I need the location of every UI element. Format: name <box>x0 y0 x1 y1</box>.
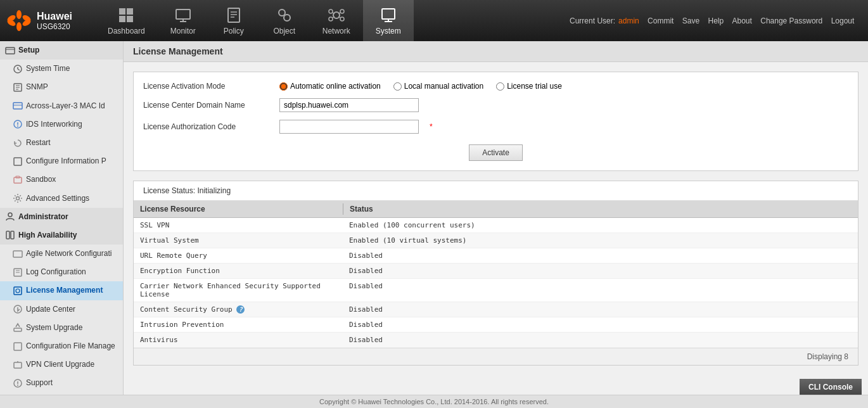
nav-network[interactable]: Network <box>310 0 363 41</box>
sidebar-item-sandbox[interactable]: Sandbox <box>0 170 123 189</box>
sidebar-item-support[interactable]: Support <box>0 374 123 392</box>
svg-rect-6 <box>119 8 125 15</box>
sidebar-item-system-upgrade[interactable]: System Upgrade <box>0 319 123 337</box>
svg-point-58 <box>16 289 20 293</box>
svg-rect-28 <box>382 9 395 19</box>
brand-name: Huawei <box>37 11 72 22</box>
sidebar-item-system-time[interactable]: System Time <box>0 60 123 78</box>
radio-local-manual[interactable]: Local manual activation <box>393 82 483 91</box>
sidebar-item-agile-network[interactable]: Agile Network Configurati <box>0 245 123 263</box>
svg-point-17 <box>279 10 285 16</box>
resource-cell: Antivirus <box>134 333 343 347</box>
sidebar-item-across-layer3[interactable]: Across-Layer-3 MAC Id <box>0 97 123 115</box>
nav-object[interactable]: Object <box>259 0 310 41</box>
nav-monitor[interactable]: Monitor <box>158 0 208 41</box>
help-link[interactable]: Help <box>708 16 724 25</box>
page-footer: Copyright © Huawei Technologies Co., Ltd… <box>0 395 868 408</box>
radio-trial-use[interactable]: License trial use <box>496 82 562 91</box>
domain-name-input[interactable] <box>279 98 419 112</box>
model-name: USG6320 <box>37 22 72 31</box>
sidebar-item-ids[interactable]: IDS Interworking <box>0 115 123 134</box>
svg-rect-46 <box>14 158 22 165</box>
main-nav: Dashboard Monitor Policy Object Network … <box>95 0 570 41</box>
status-cell: Enabled (10 virtual systems) <box>343 233 858 248</box>
sidebar-item-restart[interactable]: Restart <box>0 134 123 152</box>
nav-dashboard[interactable]: Dashboard <box>95 0 158 41</box>
sidebar-item-log-configuration[interactable]: Log Configuration <box>0 263 123 281</box>
license-form-section: License Activation Mode Automatic online… <box>133 72 858 171</box>
status-cell: Disabled <box>343 279 858 302</box>
license-status-section: License Status: Initializing License Res… <box>133 181 858 366</box>
resource-cell: SSL VPN <box>134 218 343 233</box>
svg-rect-60 <box>14 328 22 331</box>
radio-local-manual-input[interactable] <box>393 82 402 91</box>
top-header: Huawei USG6320 Dashboard Monitor Policy … <box>0 0 868 41</box>
svg-rect-61 <box>14 343 22 350</box>
huawei-logo-icon <box>6 10 32 32</box>
change-password-link[interactable]: Change Password <box>760 16 822 25</box>
activate-button[interactable]: Activate <box>469 144 523 161</box>
nav-policy[interactable]: Policy <box>208 0 259 41</box>
status-cell: Disabled <box>343 317 858 332</box>
svg-rect-57 <box>14 287 22 295</box>
auth-code-input[interactable] <box>279 120 419 134</box>
status-value: Initializing <box>197 186 231 195</box>
svg-rect-53 <box>13 251 22 257</box>
sidebar-item-snmp[interactable]: SNMP <box>0 78 123 96</box>
svg-rect-32 <box>6 48 15 54</box>
sidebar-item-advanced-settings[interactable]: Advanced Settings <box>0 189 123 208</box>
svg-point-20 <box>329 10 333 13</box>
page-title: License Management <box>124 41 868 62</box>
table-row: Virtual System Enabled (10 virtual syste… <box>134 233 858 248</box>
content-body: License Activation Mode Automatic online… <box>124 62 868 375</box>
current-user-label: Current User: <box>570 16 615 25</box>
info-icon[interactable]: ? <box>236 305 245 314</box>
sidebar-section-admin[interactable]: Administrator <box>0 208 123 226</box>
table-row: Antivirus Disabled <box>134 333 858 348</box>
status-cell: Disabled <box>343 333 858 347</box>
sidebar-item-config-file[interactable]: Configuration File Manage <box>0 337 123 355</box>
table-row: SSL VPN Enabled (100 concurrent users) <box>134 218 858 233</box>
top-right-actions: Current User: admin Commit Save Help Abo… <box>570 16 862 25</box>
resource-cell: Virtual System <box>134 233 343 248</box>
radio-auto-online-input[interactable] <box>279 82 288 91</box>
sidebar: Setup System Time SNMP Across-Layer-3 MA… <box>0 41 124 395</box>
sidebar-section-ha[interactable]: High Availability <box>0 226 123 245</box>
activation-mode-label: License Activation Mode <box>143 82 270 91</box>
resource-cell: Intrusion Prevention <box>134 317 343 332</box>
sidebar-section-setup[interactable]: Setup <box>0 41 123 60</box>
resource-cell: Encryption Function <box>134 264 343 278</box>
cli-console-button[interactable]: CLI Console <box>800 379 862 395</box>
commit-link[interactable]: Commit <box>648 16 673 25</box>
col-header-status: Status <box>343 201 858 217</box>
svg-point-66 <box>17 385 18 386</box>
table-row: Intrusion Prevention Disabled <box>134 317 858 333</box>
radio-trial-input[interactable] <box>496 82 504 91</box>
table-row: Carrier Network Enhanced Security Suppor… <box>134 279 858 302</box>
sidebar-item-license-management[interactable]: License Management <box>0 281 123 300</box>
save-link[interactable]: Save <box>682 16 699 25</box>
radio-auto-online[interactable]: Automatic online activation <box>279 82 381 91</box>
domain-name-label: License Center Domain Name <box>143 101 270 110</box>
status-cell: Enabled (100 concurrent users) <box>343 218 858 233</box>
logout-link[interactable]: Logout <box>831 16 855 25</box>
nav-system[interactable]: System <box>363 0 414 41</box>
about-link[interactable]: About <box>732 16 752 25</box>
auth-code-label: License Authorization Code <box>143 122 270 131</box>
table-footer: Displaying 8 <box>134 348 858 365</box>
logo-area: Huawei USG6320 <box>6 10 95 32</box>
sidebar-item-update-center[interactable]: Update Center <box>0 300 123 319</box>
domain-name-row: License Center Domain Name <box>143 98 848 112</box>
activation-mode-row: License Activation Mode Automatic online… <box>143 82 848 91</box>
resource-cell: URL Remote Query <box>134 248 343 263</box>
sidebar-item-vpn-client[interactable]: VPN Client Upgrade <box>0 355 123 374</box>
sidebar-item-configure-info[interactable]: Configure Information P <box>0 152 123 170</box>
main-layout: Setup System Time SNMP Across-Layer-3 MA… <box>0 41 868 395</box>
table-row: Content Security Group ? Disabled <box>134 302 858 317</box>
username-display: admin <box>618 16 639 25</box>
required-indicator: * <box>430 122 433 131</box>
auth-code-row: License Authorization Code * <box>143 120 848 134</box>
svg-point-50 <box>8 213 12 217</box>
svg-point-0 <box>16 10 22 19</box>
resource-cell: Carrier Network Enhanced Security Suppor… <box>134 279 343 302</box>
